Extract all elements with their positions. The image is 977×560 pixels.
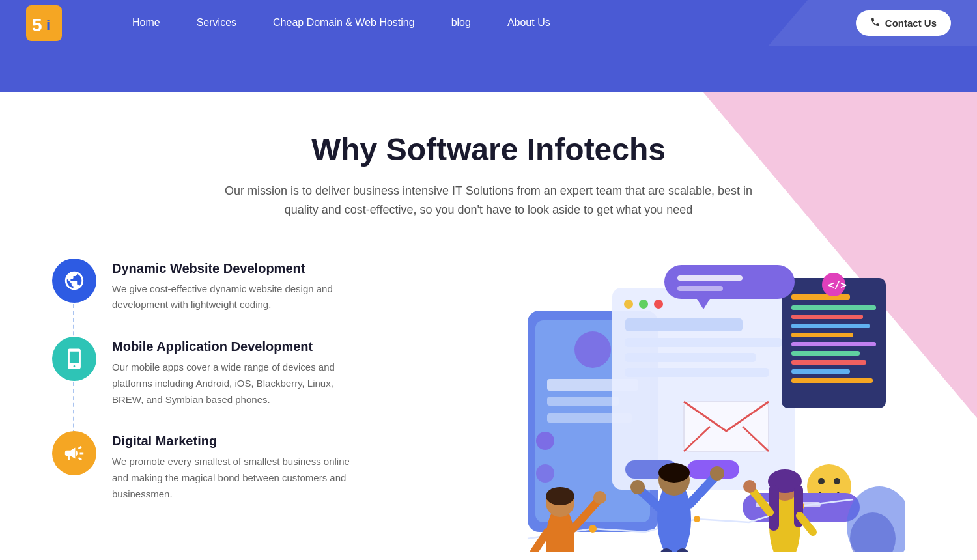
svg-point-63	[710, 466, 724, 481]
svg-text:</>: </>	[828, 279, 847, 291]
feature-icon-globe	[52, 259, 96, 303]
svg-point-47	[694, 516, 700, 522]
nav-about[interactable]: About Us	[489, 17, 569, 29]
svg-rect-33	[791, 369, 850, 374]
nav-blog[interactable]: blog	[433, 17, 489, 29]
navbar: 5 i Home Services Cheap Domain & Web Hos…	[0, 0, 977, 46]
feature-mobile-dev-text: Mobile Application Development Our mobil…	[112, 337, 360, 408]
feature-web-dev-text: Dynamic Website Development We give cost…	[112, 259, 360, 314]
hero-band	[0, 46, 977, 92]
feature-digital-marketing-text: Digital Marketing We promote every small…	[112, 431, 360, 502]
nav-links: Home Services Cheap Domain & Web Hosting…	[114, 17, 856, 29]
two-col-layout: Dynamic Website Development We give cost…	[0, 239, 977, 560]
section-header: Why Software Infotechs Our mission is to…	[0, 92, 977, 239]
feature-mobile-dev: Mobile Application Development Our mobil…	[52, 337, 430, 408]
svg-rect-34	[791, 378, 873, 383]
section-subtitle: Our mission is to deliver business inten…	[208, 182, 769, 219]
features-column: Dynamic Website Development We give cost…	[52, 259, 430, 526]
svg-rect-37	[664, 265, 795, 299]
svg-point-61	[658, 463, 690, 483]
hero-illustration: </>	[462, 259, 905, 552]
svg-rect-17	[625, 353, 756, 362]
svg-rect-11	[612, 288, 795, 490]
svg-rect-26	[791, 305, 876, 310]
illustration-column: </>	[430, 259, 938, 552]
contact-button-label: Contact Us	[885, 18, 937, 29]
feature-web-dev-desc: We give cost-effective dynamic website d…	[112, 281, 360, 314]
svg-rect-25	[791, 294, 850, 300]
svg-point-53	[593, 491, 606, 504]
svg-rect-18	[625, 368, 769, 377]
svg-rect-15	[625, 318, 743, 331]
svg-rect-28	[791, 324, 870, 328]
phone-icon	[870, 17, 881, 29]
svg-point-14	[654, 300, 663, 309]
feature-digital-marketing-title: Digital Marketing	[112, 434, 360, 449]
svg-point-65	[630, 480, 645, 494]
svg-rect-21	[684, 402, 769, 451]
svg-rect-16	[625, 338, 782, 347]
svg-point-76	[743, 480, 756, 493]
svg-rect-29	[791, 333, 853, 337]
svg-rect-31	[791, 351, 860, 356]
svg-point-10	[536, 464, 554, 483]
svg-rect-27	[791, 315, 863, 319]
svg-rect-30	[791, 342, 876, 346]
svg-text:i: i	[46, 17, 50, 33]
svg-line-54	[534, 532, 547, 552]
svg-rect-32	[791, 360, 866, 365]
feature-mobile-dev-desc: Our mobile apps cover a wide range of de…	[112, 359, 360, 408]
feature-web-dev: Dynamic Website Development We give cost…	[52, 259, 430, 314]
svg-rect-38	[677, 275, 743, 281]
svg-point-46	[589, 525, 597, 533]
contact-button[interactable]: Contact Us	[856, 10, 951, 36]
feature-icon-megaphone	[52, 431, 96, 475]
section-title: Why Software Infotechs	[26, 132, 951, 167]
logo[interactable]: 5 i	[26, 5, 88, 41]
svg-point-43	[834, 478, 840, 484]
svg-point-9	[536, 432, 554, 450]
svg-point-42	[818, 478, 825, 484]
main-content: Why Software Infotechs Our mission is to…	[0, 92, 977, 560]
svg-rect-39	[677, 286, 723, 291]
svg-rect-7	[547, 397, 619, 406]
nav-home[interactable]: Home	[114, 17, 178, 29]
feature-digital-marketing-desc: We promote every smallest of smallest bu…	[112, 454, 360, 502]
svg-point-13	[639, 300, 648, 309]
feature-mobile-dev-title: Mobile Application Development	[112, 339, 360, 354]
feature-web-dev-title: Dynamic Website Development	[112, 261, 360, 276]
nav-hosting[interactable]: Cheap Domain & Web Hosting	[255, 17, 433, 29]
nav-services[interactable]: Services	[178, 17, 255, 29]
svg-text:5: 5	[32, 15, 42, 35]
svg-point-5	[574, 331, 611, 368]
svg-point-12	[624, 300, 633, 309]
svg-point-51	[546, 487, 574, 505]
feature-digital-marketing: Digital Marketing We promote every small…	[52, 431, 430, 502]
feature-icon-mobile	[52, 337, 96, 381]
